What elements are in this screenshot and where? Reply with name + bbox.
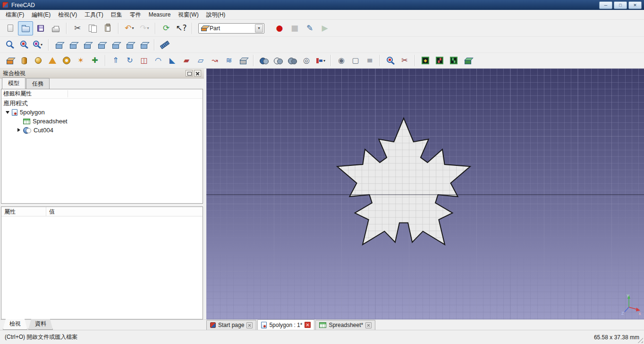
view-right-button[interactable] [94,38,109,52]
undo-button[interactable]: ↶▾ [122,21,137,35]
boolean-button[interactable] [257,54,271,67]
undo-arrow-icon: ↶ [125,24,131,32]
draw-style-button[interactable]: ▾ [31,38,45,52]
float-panel-icon[interactable] [186,70,193,77]
part-sphere-button[interactable] [31,54,45,67]
boolean-cut-button[interactable] [271,54,285,67]
boolean-fragments-button[interactable]: ◆ [418,54,432,67]
view-rear-button[interactable] [109,38,123,52]
3d-viewport[interactable]: Y Z X [206,69,644,319]
tree-item-application[interactable]: 應用程式 [1,99,203,108]
open-file-button[interactable] [18,21,33,35]
dropdown-arrow-icon[interactable]: ▾ [255,24,263,33]
cut-button[interactable]: ✂ [70,21,85,35]
fillet-button[interactable]: ◠ [151,54,165,67]
xor-button[interactable] [461,54,475,67]
new-file-button[interactable] [3,21,18,35]
tree-item-spreadsheet[interactable]: Spreadsheet [1,117,203,126]
boolean-intersection-button[interactable]: ◎ [299,54,314,67]
tab-model[interactable]: 模型 [2,77,25,89]
view-axonometric-button[interactable] [52,38,66,52]
shape-builder-button[interactable]: ✚ [88,54,102,67]
view-top-button[interactable] [80,38,94,52]
menu-help[interactable]: 說明(H) [203,10,229,20]
extrude-button[interactable]: ⇑ [109,54,123,67]
revolve-button[interactable]: ↻ [123,54,137,67]
measure-distance-button[interactable] [158,38,172,52]
macro-stop-button[interactable]: ■ [287,21,302,35]
close-button[interactable]: ✕ [628,1,642,9]
paste-button[interactable] [100,21,115,35]
close-tab-icon[interactable] [365,322,372,328]
macro-record-button[interactable]: ● [272,21,287,35]
defeaturing-button[interactable]: ✂ [398,54,412,67]
revolve-icon: ↻ [127,57,133,64]
offset-3d-button[interactable]: ◉ [334,54,348,67]
cylinder-icon [22,57,27,64]
sweep-button[interactable]: ↝ [208,54,222,67]
menu-tools[interactable]: 工具(T) [81,10,107,20]
view-front-button[interactable] [66,38,80,52]
tab-start-page[interactable]: Start page [206,320,256,330]
cross-sections-button[interactable]: ▾ [314,54,328,67]
view-bottom-button[interactable] [123,38,137,52]
check-geometry-button[interactable] [383,54,398,67]
expander-expanded-icon[interactable] [5,110,9,114]
tab-view[interactable]: 檢視 [3,319,27,330]
loft-button[interactable]: ≋ [222,54,236,67]
view-fit-all-button[interactable] [3,38,17,52]
workbench-selector[interactable]: Part ▾ [198,23,264,34]
macro-edit-button[interactable]: ✎ [302,21,317,35]
mirror-button[interactable]: ◫ [137,54,151,67]
boolean-union-button[interactable] [285,54,299,67]
minimize-button[interactable]: ─ [599,1,612,9]
part-cylinder-button[interactable] [17,54,31,67]
tab-spreadsheet[interactable]: Spreadsheet* [315,320,375,330]
make-face-button[interactable]: ▰ [179,54,194,67]
tab-data[interactable]: 資料 [28,319,53,330]
create-primitives-button[interactable]: ✶ [74,54,88,67]
offset-3d-icon: ◉ [338,57,345,64]
copy-button[interactable] [85,21,100,35]
tab-tasks[interactable]: 任務 [26,78,50,89]
view-fit-selection-button[interactable] [17,38,31,52]
chamfer-button[interactable]: ◣ [165,54,179,67]
menu-view[interactable]: 檢視(V) [54,10,81,20]
close-panel-icon[interactable] [194,70,201,77]
ruled-surface-button[interactable]: ▱ [194,54,208,67]
menu-file[interactable]: 檔案(F) [2,10,28,20]
redo-button[interactable]: ↷▾ [137,21,152,35]
toolbar-separator [415,55,415,66]
menu-measure[interactable]: Measure [145,10,175,19]
tree-item-cut004[interactable]: Cut004 [1,126,203,135]
macro-play-button[interactable]: ▶ [317,21,332,35]
save-file-button[interactable] [33,21,48,35]
close-tab-icon[interactable] [246,322,253,328]
menu-edit[interactable]: 編輯(E) [28,10,54,20]
offset-2d-button[interactable]: ▢ [348,54,363,67]
primitives-icon: ✶ [77,57,84,64]
tab-5polygon[interactable]: 5polygon : 1* [257,319,314,330]
print-button[interactable] [48,21,63,35]
slice-apart-button[interactable]: ▞ [432,54,447,67]
refresh-button[interactable]: ⟳ [159,21,174,35]
part-torus-button[interactable] [59,54,74,67]
workbench-part-icon [201,27,207,31]
part-cone-button[interactable] [45,54,59,67]
slice-button[interactable]: ▚ [447,54,461,67]
menu-macro[interactable]: 巨集 [107,10,126,20]
menu-part[interactable]: 零件 [126,10,145,20]
menu-window[interactable]: 視窗(W) [174,10,202,20]
toolbar-separator [118,23,119,34]
polygon-shape[interactable] [337,118,470,245]
part-box-button[interactable] [3,54,17,67]
close-tab-icon[interactable] [305,322,311,328]
projection-button[interactable]: ≡ [363,54,377,67]
view-left-button[interactable] [137,38,151,52]
expander-collapsed-icon[interactable] [17,128,21,132]
property-list[interactable] [1,216,203,319]
thickness-button[interactable] [236,54,250,67]
whats-this-button[interactable]: ↖? [174,21,189,35]
maximize-button[interactable]: □ [614,1,627,9]
tree-item-5polygon[interactable]: 5polygon [1,108,203,117]
